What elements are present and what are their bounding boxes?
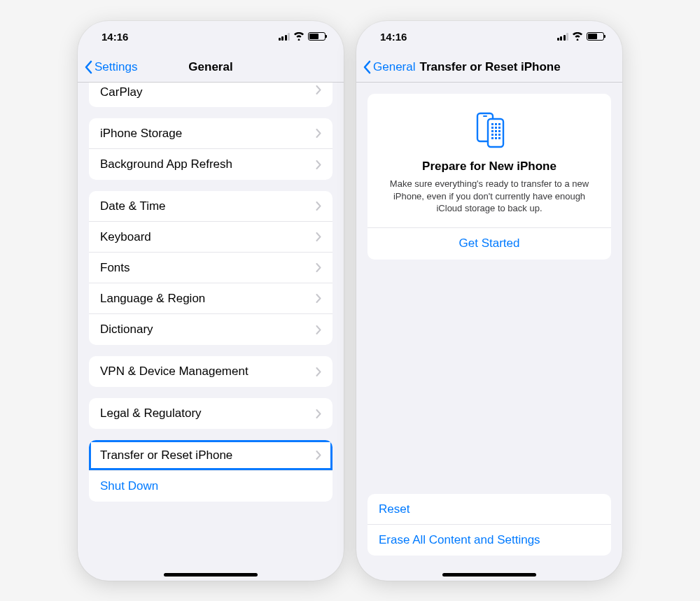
row-dictionary[interactable]: Dictionary bbox=[89, 314, 332, 345]
back-button[interactable]: General bbox=[363, 60, 415, 74]
row-label: Background App Refresh bbox=[100, 157, 232, 171]
section-storage: iPhone Storage Background App Refresh bbox=[89, 118, 332, 180]
row-fonts[interactable]: Fonts bbox=[89, 253, 332, 283]
status-bar: 14:16 bbox=[78, 21, 344, 52]
transfer-devices-icon bbox=[380, 109, 598, 150]
nav-bar: Settings General bbox=[78, 52, 344, 83]
chevron-right-icon bbox=[316, 129, 321, 138]
chevron-right-icon bbox=[316, 85, 321, 94]
battery-icon bbox=[587, 32, 604, 41]
row-label: Transfer or Reset iPhone bbox=[100, 448, 232, 462]
row-label: Legal & Regulatory bbox=[100, 406, 202, 420]
svg-rect-3 bbox=[491, 123, 493, 125]
reset-section: Reset Erase All Content and Settings bbox=[368, 494, 611, 556]
svg-rect-15 bbox=[491, 137, 493, 139]
svg-rect-16 bbox=[495, 137, 497, 139]
svg-rect-8 bbox=[498, 127, 500, 129]
row-background-app-refresh[interactable]: Background App Refresh bbox=[89, 149, 332, 180]
row-label: CarPlay bbox=[100, 85, 142, 99]
phone-general-settings: 14:16 Settings General CarPlay iPhone St… bbox=[78, 21, 344, 581]
row-label: Reset bbox=[379, 502, 410, 516]
row-label: Erase All Content and Settings bbox=[379, 533, 540, 547]
section-legal: Legal & Regulatory bbox=[89, 398, 332, 429]
row-erase-all[interactable]: Erase All Content and Settings bbox=[368, 525, 611, 556]
chevron-right-icon bbox=[316, 263, 321, 272]
row-label: Date & Time bbox=[100, 199, 166, 213]
row-legal-regulatory[interactable]: Legal & Regulatory bbox=[89, 398, 332, 429]
svg-rect-14 bbox=[498, 134, 500, 136]
get-started-button[interactable]: Get Started bbox=[380, 227, 598, 260]
status-indicators bbox=[557, 32, 605, 41]
home-indicator[interactable] bbox=[442, 573, 536, 577]
row-label: Language & Region bbox=[100, 292, 205, 306]
status-time: 14:16 bbox=[380, 31, 407, 43]
back-button[interactable]: Settings bbox=[85, 60, 137, 74]
row-language-region[interactable]: Language & Region bbox=[89, 283, 332, 314]
back-label: General bbox=[373, 60, 415, 74]
row-shut-down[interactable]: Shut Down bbox=[89, 471, 332, 502]
svg-rect-13 bbox=[495, 134, 497, 136]
home-indicator[interactable] bbox=[164, 573, 258, 577]
svg-rect-7 bbox=[495, 127, 497, 129]
chevron-right-icon bbox=[316, 409, 321, 418]
svg-rect-4 bbox=[495, 123, 497, 125]
svg-rect-17 bbox=[498, 137, 500, 139]
row-reset[interactable]: Reset bbox=[368, 494, 611, 525]
phone-transfer-reset: 14:16 General Transfer or Reset iPhone bbox=[356, 21, 622, 581]
row-label: Keyboard bbox=[100, 230, 151, 244]
row-label: iPhone Storage bbox=[100, 127, 182, 141]
chevron-right-icon bbox=[316, 160, 321, 169]
wifi-icon bbox=[293, 32, 304, 41]
status-time: 14:16 bbox=[102, 31, 128, 43]
section-partial: CarPlay bbox=[89, 83, 332, 107]
svg-rect-5 bbox=[498, 123, 500, 125]
section-transfer-shutdown: Transfer or Reset iPhone Shut Down bbox=[89, 440, 332, 502]
status-indicators bbox=[279, 32, 326, 41]
chevron-right-icon bbox=[316, 367, 321, 376]
svg-rect-9 bbox=[491, 130, 493, 132]
row-keyboard[interactable]: Keyboard bbox=[89, 222, 332, 253]
row-transfer-reset[interactable]: Transfer or Reset iPhone bbox=[89, 440, 332, 471]
section-vpn: VPN & Device Management bbox=[89, 356, 332, 387]
row-label: Fonts bbox=[100, 261, 130, 275]
row-label: Shut Down bbox=[100, 479, 158, 493]
row-iphone-storage[interactable]: iPhone Storage bbox=[89, 118, 332, 149]
chevron-right-icon bbox=[316, 201, 321, 211]
svg-rect-11 bbox=[498, 130, 500, 132]
svg-rect-12 bbox=[491, 134, 493, 136]
svg-rect-1 bbox=[483, 115, 487, 117]
chevron-right-icon bbox=[316, 325, 321, 334]
nav-bar: General Transfer or Reset iPhone bbox=[356, 52, 622, 83]
row-carplay[interactable]: CarPlay bbox=[89, 83, 332, 107]
row-label: VPN & Device Management bbox=[100, 365, 248, 379]
row-date-time[interactable]: Date & Time bbox=[89, 191, 332, 222]
row-label: Dictionary bbox=[100, 323, 153, 337]
section-input: Date & Time Keyboard Fonts Language & Re… bbox=[89, 191, 332, 345]
row-vpn-device-management[interactable]: VPN & Device Management bbox=[89, 356, 332, 387]
battery-icon bbox=[308, 32, 326, 41]
page-title: Transfer or Reset iPhone bbox=[419, 60, 560, 74]
prepare-card: Prepare for New iPhone Make sure everyth… bbox=[368, 94, 611, 260]
card-title: Prepare for New iPhone bbox=[380, 160, 598, 174]
svg-rect-6 bbox=[491, 127, 493, 129]
cellular-signal-icon bbox=[279, 33, 290, 41]
back-label: Settings bbox=[94, 60, 137, 74]
chevron-right-icon bbox=[316, 232, 321, 241]
status-bar: 14:16 bbox=[356, 21, 622, 52]
settings-list[interactable]: CarPlay iPhone Storage Background App Re… bbox=[78, 83, 344, 581]
chevron-right-icon bbox=[316, 294, 321, 303]
transfer-content: Prepare for New iPhone Make sure everyth… bbox=[356, 83, 622, 581]
wifi-icon bbox=[572, 32, 583, 41]
cellular-signal-icon bbox=[557, 33, 569, 41]
chevron-right-icon bbox=[316, 451, 321, 460]
svg-rect-10 bbox=[495, 130, 497, 132]
card-description: Make sure everything's ready to transfer… bbox=[380, 178, 598, 227]
